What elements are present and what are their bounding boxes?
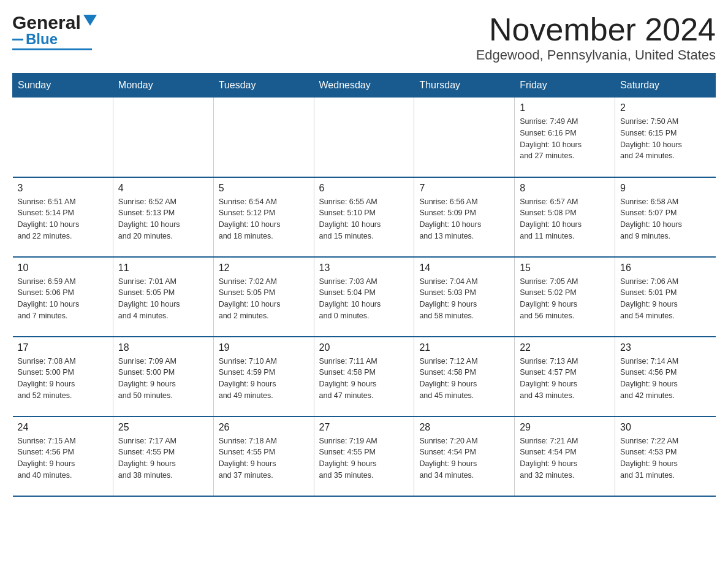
calendar-week-2: 3Sunrise: 6:51 AMSunset: 5:14 PMDaylight… bbox=[13, 177, 716, 257]
calendar-cell: 24Sunrise: 7:15 AMSunset: 4:56 PMDayligh… bbox=[13, 416, 113, 496]
calendar-cell: 27Sunrise: 7:19 AMSunset: 4:55 PMDayligh… bbox=[314, 416, 414, 496]
day-info: Sunrise: 7:13 AMSunset: 4:57 PMDaylight:… bbox=[520, 356, 610, 402]
calendar-cell: 26Sunrise: 7:18 AMSunset: 4:55 PMDayligh… bbox=[213, 416, 314, 496]
day-number: 25 bbox=[118, 422, 208, 433]
day-info: Sunrise: 7:12 AMSunset: 4:58 PMDaylight:… bbox=[419, 356, 509, 402]
calendar-cell: 1Sunrise: 7:49 AMSunset: 6:16 PMDaylight… bbox=[515, 98, 615, 177]
calendar-cell: 30Sunrise: 7:22 AMSunset: 4:53 PMDayligh… bbox=[615, 416, 716, 496]
day-info: Sunrise: 7:14 AMSunset: 4:56 PMDaylight:… bbox=[620, 356, 710, 402]
day-info: Sunrise: 7:08 AMSunset: 5:00 PMDaylight:… bbox=[18, 356, 108, 402]
calendar-cell: 6Sunrise: 6:55 AMSunset: 5:10 PMDaylight… bbox=[314, 177, 414, 257]
header-sunday: Sunday bbox=[13, 74, 113, 98]
calendar-cell: 23Sunrise: 7:14 AMSunset: 4:56 PMDayligh… bbox=[615, 337, 716, 416]
day-number: 8 bbox=[520, 183, 610, 194]
day-info: Sunrise: 7:01 AMSunset: 5:05 PMDaylight:… bbox=[118, 276, 208, 322]
logo-triangle-icon bbox=[83, 15, 97, 28]
calendar-cell: 17Sunrise: 7:08 AMSunset: 5:00 PMDayligh… bbox=[13, 337, 113, 416]
calendar-week-3: 10Sunrise: 6:59 AMSunset: 5:06 PMDayligh… bbox=[13, 257, 716, 337]
day-number: 10 bbox=[18, 262, 108, 274]
calendar-cell: 21Sunrise: 7:12 AMSunset: 4:58 PMDayligh… bbox=[414, 337, 515, 416]
calendar-subtitle: Edgewood, Pennsylvania, United States bbox=[476, 47, 716, 63]
calendar-cell: 20Sunrise: 7:11 AMSunset: 4:58 PMDayligh… bbox=[314, 337, 414, 416]
day-number: 22 bbox=[520, 342, 610, 353]
calendar-cell bbox=[314, 98, 414, 177]
day-info: Sunrise: 7:17 AMSunset: 4:55 PMDaylight:… bbox=[118, 435, 208, 481]
day-info: Sunrise: 7:22 AMSunset: 4:53 PMDaylight:… bbox=[620, 435, 710, 481]
day-info: Sunrise: 6:52 AMSunset: 5:13 PMDaylight:… bbox=[118, 196, 208, 242]
calendar-week-1: 1Sunrise: 7:49 AMSunset: 6:16 PMDaylight… bbox=[13, 98, 716, 177]
day-info: Sunrise: 7:11 AMSunset: 4:58 PMDaylight:… bbox=[319, 356, 409, 402]
calendar-cell: 12Sunrise: 7:02 AMSunset: 5:05 PMDayligh… bbox=[213, 257, 314, 337]
calendar-cell: 22Sunrise: 7:13 AMSunset: 4:57 PMDayligh… bbox=[515, 337, 615, 416]
day-number: 19 bbox=[219, 342, 309, 353]
day-number: 29 bbox=[520, 422, 610, 433]
day-number: 12 bbox=[219, 262, 309, 274]
calendar-cell: 7Sunrise: 6:56 AMSunset: 5:09 PMDaylight… bbox=[414, 177, 515, 257]
calendar-cell: 18Sunrise: 7:09 AMSunset: 5:00 PMDayligh… bbox=[113, 337, 213, 416]
day-info: Sunrise: 7:15 AMSunset: 4:56 PMDaylight:… bbox=[18, 435, 108, 481]
calendar-cell: 8Sunrise: 6:57 AMSunset: 5:08 PMDaylight… bbox=[515, 177, 615, 257]
day-number: 6 bbox=[319, 183, 409, 194]
day-info: Sunrise: 6:51 AMSunset: 5:14 PMDaylight:… bbox=[18, 196, 108, 242]
day-number: 15 bbox=[520, 262, 610, 274]
day-info: Sunrise: 7:50 AMSunset: 6:15 PMDaylight:… bbox=[620, 116, 710, 162]
day-info: Sunrise: 7:19 AMSunset: 4:55 PMDaylight:… bbox=[319, 435, 409, 481]
header-friday: Friday bbox=[515, 74, 615, 98]
day-number: 14 bbox=[419, 262, 509, 274]
day-info: Sunrise: 6:59 AMSunset: 5:06 PMDaylight:… bbox=[18, 276, 108, 322]
day-info: Sunrise: 7:21 AMSunset: 4:54 PMDaylight:… bbox=[520, 435, 610, 481]
calendar-cell: 13Sunrise: 7:03 AMSunset: 5:04 PMDayligh… bbox=[314, 257, 414, 337]
day-number: 11 bbox=[118, 262, 208, 274]
day-info: Sunrise: 7:20 AMSunset: 4:54 PMDaylight:… bbox=[419, 435, 509, 481]
day-number: 17 bbox=[18, 342, 108, 353]
calendar-cell bbox=[13, 98, 113, 177]
calendar-cell: 2Sunrise: 7:50 AMSunset: 6:15 PMDaylight… bbox=[615, 98, 716, 177]
logo-blue-text: Blue bbox=[26, 31, 58, 48]
calendar-cell: 15Sunrise: 7:05 AMSunset: 5:02 PMDayligh… bbox=[515, 257, 615, 337]
day-info: Sunrise: 7:49 AMSunset: 6:16 PMDaylight:… bbox=[520, 116, 610, 162]
day-number: 18 bbox=[118, 342, 208, 353]
calendar-cell: 19Sunrise: 7:10 AMSunset: 4:59 PMDayligh… bbox=[213, 337, 314, 416]
day-info: Sunrise: 6:56 AMSunset: 5:09 PMDaylight:… bbox=[419, 196, 509, 242]
calendar-cell: 9Sunrise: 6:58 AMSunset: 5:07 PMDaylight… bbox=[615, 177, 716, 257]
calendar-body: 1Sunrise: 7:49 AMSunset: 6:16 PMDaylight… bbox=[13, 98, 716, 496]
calendar-cell: 3Sunrise: 6:51 AMSunset: 5:14 PMDaylight… bbox=[13, 177, 113, 257]
day-number: 7 bbox=[419, 183, 509, 194]
calendar-cell bbox=[113, 98, 213, 177]
day-info: Sunrise: 7:09 AMSunset: 5:00 PMDaylight:… bbox=[118, 356, 208, 402]
header-thursday: Thursday bbox=[414, 74, 515, 98]
calendar-week-4: 17Sunrise: 7:08 AMSunset: 5:00 PMDayligh… bbox=[13, 337, 716, 416]
day-info: Sunrise: 7:18 AMSunset: 4:55 PMDaylight:… bbox=[219, 435, 309, 481]
header-wednesday: Wednesday bbox=[314, 74, 414, 98]
day-info: Sunrise: 6:55 AMSunset: 5:10 PMDaylight:… bbox=[319, 196, 409, 242]
day-info: Sunrise: 7:03 AMSunset: 5:04 PMDaylight:… bbox=[319, 276, 409, 322]
day-info: Sunrise: 6:58 AMSunset: 5:07 PMDaylight:… bbox=[620, 196, 710, 242]
calendar-cell: 5Sunrise: 6:54 AMSunset: 5:12 PMDaylight… bbox=[213, 177, 314, 257]
header-monday: Monday bbox=[113, 74, 213, 98]
calendar-cell: 28Sunrise: 7:20 AMSunset: 4:54 PMDayligh… bbox=[414, 416, 515, 496]
day-info: Sunrise: 6:57 AMSunset: 5:08 PMDaylight:… bbox=[520, 196, 610, 242]
day-number: 26 bbox=[219, 422, 309, 433]
day-number: 28 bbox=[419, 422, 509, 433]
day-info: Sunrise: 6:54 AMSunset: 5:12 PMDaylight:… bbox=[219, 196, 309, 242]
logo: General Blue bbox=[12, 12, 97, 50]
day-number: 13 bbox=[319, 262, 409, 274]
day-number: 30 bbox=[620, 422, 710, 433]
calendar-cell: 11Sunrise: 7:01 AMSunset: 5:05 PMDayligh… bbox=[113, 257, 213, 337]
calendar-title: November 2024 bbox=[476, 12, 716, 47]
day-number: 5 bbox=[219, 183, 309, 194]
day-number: 2 bbox=[620, 102, 710, 113]
day-number: 16 bbox=[620, 262, 710, 274]
day-number: 27 bbox=[319, 422, 409, 433]
header-saturday: Saturday bbox=[615, 74, 716, 98]
header-tuesday: Tuesday bbox=[213, 74, 314, 98]
calendar-table: Sunday Monday Tuesday Wednesday Thursday… bbox=[12, 73, 716, 497]
day-info: Sunrise: 7:06 AMSunset: 5:01 PMDaylight:… bbox=[620, 276, 710, 322]
day-info: Sunrise: 7:02 AMSunset: 5:05 PMDaylight:… bbox=[219, 276, 309, 322]
day-number: 9 bbox=[620, 183, 710, 194]
calendar-cell: 10Sunrise: 6:59 AMSunset: 5:06 PMDayligh… bbox=[13, 257, 113, 337]
calendar-cell: 25Sunrise: 7:17 AMSunset: 4:55 PMDayligh… bbox=[113, 416, 213, 496]
calendar-week-5: 24Sunrise: 7:15 AMSunset: 4:56 PMDayligh… bbox=[13, 416, 716, 496]
header: General Blue November 2024 Edgewood, Pen… bbox=[12, 12, 716, 63]
day-number: 24 bbox=[18, 422, 108, 433]
